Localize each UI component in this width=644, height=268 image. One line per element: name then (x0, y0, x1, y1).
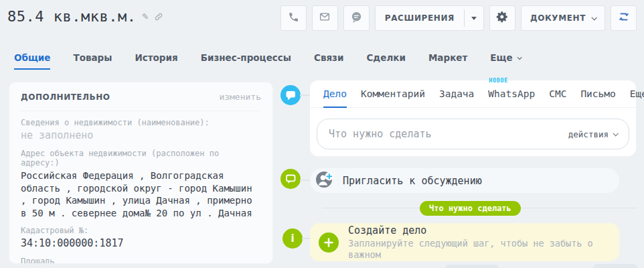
details-card: ДОПОЛНИТЕЛЬНО изменить Сведения о недвиж… (9, 82, 273, 264)
hint-text: Создайте дело Запланируйте следующий шаг… (348, 224, 619, 261)
info-icon: i (283, 228, 303, 249)
field-property-address: Адрес объекта недвижимости (расположен п… (21, 149, 261, 219)
tab-business-processes[interactable]: Бизнес-процессы (201, 52, 291, 68)
email-button[interactable] (312, 5, 338, 31)
field-label: Адрес объекта недвижимости (расположен п… (21, 149, 261, 168)
tab-more-label: Еще (490, 52, 512, 63)
timeline-tab-email[interactable]: Письмо (580, 80, 615, 107)
add-person-avatar-icon (315, 170, 334, 192)
call-button[interactable] (280, 5, 307, 31)
header-title-row: 85.4 кв.мкв.м. ✎ (7, 8, 163, 25)
phone-icon (288, 11, 299, 25)
document-label: ДОКУМЕНТ (530, 13, 586, 23)
chat-button[interactable] (343, 5, 370, 31)
invite-to-discussion-button[interactable]: Пригласить к обсуждению (310, 168, 619, 193)
todo-composer-input[interactable]: Что нужно сделать действия (317, 119, 629, 149)
page-title: 85.4 кв.мкв.м. (7, 8, 136, 25)
timeline-tab-whatsapp-label: WhatsApp (488, 88, 535, 99)
caret-down-icon (471, 17, 477, 20)
crm-item-page: 85.4 кв.мкв.м. ✎ РАСШИРЕНИЯ (0, 0, 644, 268)
field-value: 34:10:000000:1817 (21, 237, 261, 250)
chevron-down-icon (613, 131, 618, 136)
field-label: Кадастровый №: (21, 226, 261, 235)
details-fields: Сведения о недвижимости (наименование): … (9, 118, 272, 264)
field-cadastral-number: Кадастровый №: 34:10:000000:1817 (21, 226, 261, 250)
plus-icon (323, 237, 334, 248)
details-card-header: ДОПОЛНИТЕЛЬНО изменить (9, 82, 272, 102)
connector-line (302, 238, 310, 239)
envelope-icon (319, 11, 331, 25)
create-activity-hint: Создайте дело Запланируйте следующий шаг… (310, 223, 619, 261)
extensions-label: РАСШИРЕНИЯ (376, 13, 464, 23)
details-card-title: ДОПОЛНИТЕЛЬНО (21, 92, 110, 102)
edit-link[interactable]: изменить (219, 92, 261, 102)
hint-title: Создайте дело (348, 224, 619, 237)
timeline-tab-more[interactable]: Еще (630, 80, 644, 107)
gear-icon (495, 10, 509, 26)
timeline-tab-comment[interactable]: Комментарий (361, 80, 425, 107)
settings-button[interactable] (489, 5, 515, 31)
connector-line (300, 180, 310, 181)
copy-link-icon[interactable] (154, 12, 163, 21)
timeline-activity-icon (280, 85, 301, 105)
composer-actions-dropdown[interactable]: действия (568, 129, 617, 139)
tab-market[interactable]: Маркет (428, 52, 467, 68)
edit-title-pencil-icon[interactable]: ✎ (142, 11, 148, 21)
timeline-tab-bar: Дело Комментарий Задача НОВОЕ WhatsApp С… (310, 80, 636, 108)
tab-relations[interactable]: Связи (314, 52, 343, 68)
chat-bubble-icon (350, 11, 363, 26)
add-activity-button[interactable] (319, 232, 339, 253)
divider (21, 111, 261, 111)
field-label: Сведения о недвижимости (наименование): (21, 118, 261, 127)
timeline-tab-task[interactable]: Задача (439, 80, 474, 107)
cutoff-element (445, 265, 499, 268)
automation-icon (617, 10, 631, 26)
cutoff-element (593, 264, 637, 268)
extensions-dropdown-arrow[interactable] (465, 17, 483, 20)
connector-line (300, 94, 310, 96)
new-badge: НОВОЕ (489, 77, 508, 84)
extensions-button[interactable]: РАСШИРЕНИЯ (375, 5, 484, 31)
field-value: не заполнено (21, 129, 261, 142)
document-button[interactable]: ДОКУМЕНТ (521, 5, 605, 31)
automation-button[interactable] (611, 5, 637, 31)
timeline-tab-sms[interactable]: СМС (549, 80, 566, 107)
tab-general[interactable]: Общие (14, 52, 50, 70)
field-label: Площадь (21, 257, 261, 264)
chevron-down-icon (591, 15, 596, 20)
field-area: Площадь 85.4 кв.м (21, 257, 261, 264)
timeline-comment-icon (280, 169, 301, 189)
tab-history[interactable]: История (135, 52, 177, 68)
composer-placeholder: Что нужно сделать (329, 128, 432, 140)
composer-actions-label: действия (568, 129, 609, 139)
field-value: Российская Федерация , Волгоградская обл… (21, 170, 261, 219)
invite-label: Пригласить к обсуждению (343, 175, 482, 187)
timeline-tab-whatsapp[interactable]: НОВОЕ WhatsApp (488, 80, 535, 107)
todo-divider-badge[interactable]: Что нужно сделать (420, 201, 521, 216)
tab-deals[interactable]: Сделки (366, 52, 405, 68)
main-tab-bar: Общие Товары История Бизнес-процессы Свя… (14, 52, 521, 70)
header-actions: РАСШИРЕНИЯ ДОКУМЕНТ (280, 5, 637, 31)
timeline-tab-activity[interactable]: Дело (323, 80, 347, 107)
chevron-down-icon (517, 55, 521, 60)
tab-more[interactable]: Еще (490, 52, 520, 68)
timeline-tab-more-label: Еще (630, 80, 644, 107)
tab-products[interactable]: Товары (73, 52, 112, 68)
field-property-name: Сведения о недвижимости (наименование): … (21, 118, 261, 142)
hint-subtitle: Запланируйте следующий шаг, чтобы не заб… (348, 238, 619, 261)
